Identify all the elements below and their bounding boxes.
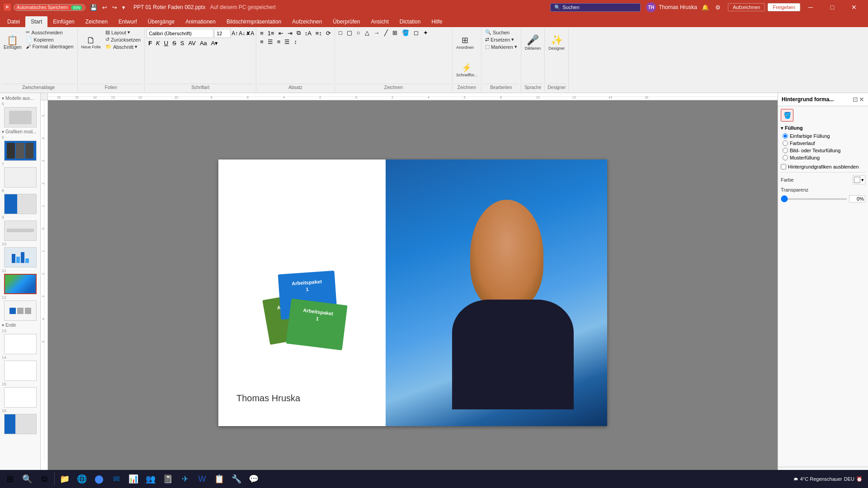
radio-bild[interactable] bbox=[783, 148, 788, 153]
shadow-button[interactable]: S bbox=[179, 39, 186, 47]
format-paint-button[interactable]: 🖌 Format übertragen bbox=[24, 43, 75, 50]
tab-einfuegen[interactable]: Einfügen bbox=[47, 16, 80, 27]
bullets-button[interactable]: ≡ bbox=[258, 29, 265, 37]
radio-muster[interactable] bbox=[783, 155, 788, 160]
tab-bildschirm[interactable]: Bildschirmpräsentation bbox=[221, 16, 287, 27]
slide-main[interactable]: Arbeitspaket1 Arbeitspaket1 Arbeitspaket… bbox=[218, 160, 607, 426]
tab-animationen[interactable]: Animationen bbox=[180, 16, 221, 27]
copy-button[interactable]: 📄 Kopieren bbox=[24, 36, 75, 43]
redo-button[interactable]: ↪ bbox=[110, 3, 119, 12]
case-button[interactable]: Aa bbox=[198, 39, 209, 47]
line-spacing-button[interactable]: ↕ bbox=[292, 38, 299, 46]
slide-thumb-14[interactable] bbox=[4, 361, 37, 381]
slide-thumb-9[interactable] bbox=[4, 221, 37, 241]
panel-fill-icon-button[interactable]: 🪣 bbox=[781, 109, 793, 122]
dictate-button[interactable]: 🎤 Diktieren bbox=[523, 29, 543, 56]
font-grow-button[interactable]: A↑ bbox=[231, 30, 238, 37]
taskbar-onenote[interactable]: 📓 bbox=[160, 471, 176, 487]
checkbox-hintergrund[interactable]: Hintergrundgrafiken ausblenden bbox=[781, 164, 865, 169]
columns-button[interactable]: ⧉ bbox=[295, 29, 302, 37]
reset-button[interactable]: ↺ Zurücksetzen bbox=[104, 36, 142, 43]
transparency-input[interactable] bbox=[849, 195, 865, 202]
slide-thumb-6[interactable] bbox=[4, 141, 37, 161]
option-farbverlauf[interactable]: Farbverlauf bbox=[783, 141, 865, 146]
tab-hilfe[interactable]: Hilfe bbox=[426, 16, 448, 27]
slide-thumb-15[interactable] bbox=[4, 387, 37, 408]
tab-start[interactable]: Start bbox=[25, 16, 47, 27]
section-modelle[interactable]: ▾ Modelle aus... bbox=[0, 95, 40, 102]
section-button[interactable]: 📁 Abschnitt ▾ bbox=[104, 43, 142, 50]
taskbar-chrome[interactable]: ⬤ bbox=[91, 471, 107, 487]
section-ende[interactable]: ▾ Ende bbox=[0, 322, 40, 328]
search-box[interactable]: 🔍 Suchen bbox=[550, 3, 641, 12]
quick-styles-button[interactable]: ⚡ Schnellfor... bbox=[454, 56, 479, 84]
shape-arrow-button[interactable]: → bbox=[372, 29, 382, 37]
taskbar-misc-3[interactable]: 💬 bbox=[245, 471, 262, 487]
font-name-input[interactable] bbox=[146, 29, 213, 38]
slide-thumb-5[interactable] bbox=[4, 107, 37, 127]
panel-close-button[interactable]: ✕ bbox=[859, 96, 864, 103]
taskbar-outlook[interactable]: ✉ bbox=[108, 471, 124, 487]
fill-button[interactable]: 🪣 bbox=[400, 29, 411, 37]
tab-uebergaenge[interactable]: Übergänge bbox=[142, 16, 180, 27]
slide-thumb-10[interactable] bbox=[4, 247, 37, 267]
color-picker-button[interactable]: ▾ bbox=[853, 175, 865, 184]
shape-rect-button[interactable]: □ bbox=[337, 29, 344, 37]
tab-datei[interactable]: Datei bbox=[2, 16, 25, 27]
taskbar-powerpoint[interactable]: 📊 bbox=[125, 471, 142, 487]
clear-format-button[interactable]: ✘A bbox=[246, 30, 254, 37]
tab-ansicht[interactable]: Ansicht bbox=[365, 16, 394, 27]
arrange-big-button[interactable]: ⊞ Anordnen bbox=[454, 29, 476, 56]
numbering-button[interactable]: 1≡ bbox=[266, 29, 276, 37]
close-button[interactable]: ✕ bbox=[844, 0, 864, 14]
font-color-button[interactable]: A▾ bbox=[209, 39, 220, 47]
tab-zeichnen[interactable]: Zeichnen bbox=[80, 16, 113, 27]
slide-thumb-7[interactable] bbox=[4, 167, 37, 188]
record-button[interactable]: Aufzeichnen bbox=[728, 3, 765, 11]
align-center-button[interactable]: ☰ bbox=[266, 38, 275, 46]
panel-detach-button[interactable]: ⊡ bbox=[853, 96, 858, 103]
minimize-button[interactable]: ─ bbox=[800, 0, 821, 14]
search-button[interactable]: 🔍 Suchen bbox=[483, 29, 511, 36]
decrease-indent-button[interactable]: ⇤ bbox=[277, 29, 285, 37]
shape-line-button[interactable]: ╱ bbox=[382, 29, 390, 37]
radio-farbverlauf[interactable] bbox=[783, 141, 788, 146]
align-left-button[interactable]: ≡ bbox=[258, 38, 265, 46]
option-einfarbig[interactable]: Einfarbige Füllung bbox=[783, 133, 865, 139]
autosave-toggle[interactable]: Automatisches Speichern EIN bbox=[14, 4, 85, 11]
taskbar-taskview[interactable]: ⧉ bbox=[36, 471, 52, 487]
slide-thumb-13[interactable] bbox=[4, 334, 37, 354]
new-slide-button[interactable]: 🗋 Neue Folie bbox=[80, 29, 103, 56]
increase-indent-button[interactable]: ⇥ bbox=[286, 29, 294, 37]
taskbar-start[interactable]: ⊞ bbox=[2, 471, 18, 487]
justify-button[interactable]: ☰ bbox=[283, 38, 292, 46]
shape-triangle-button[interactable]: △ bbox=[363, 29, 371, 37]
italic-button[interactable]: K bbox=[154, 39, 162, 47]
underline-button[interactable]: U bbox=[162, 39, 170, 47]
char-spacing-button[interactable]: AV bbox=[187, 39, 198, 47]
taskbar-word[interactable]: W bbox=[194, 471, 210, 487]
transparency-slider[interactable] bbox=[781, 198, 847, 200]
tab-dictation[interactable]: Dictation bbox=[394, 16, 426, 27]
share-icon[interactable]: 🔔 bbox=[700, 3, 711, 12]
tab-aufzeichnen[interactable]: Aufzeichnen bbox=[287, 16, 327, 27]
outline-button[interactable]: ◻ bbox=[412, 29, 420, 37]
tab-ueberpruefen[interactable]: Überprüfen bbox=[327, 16, 365, 27]
layout-button[interactable]: ▤ Layout ▾ bbox=[104, 29, 142, 36]
paste-button[interactable]: 📋 Einfügen bbox=[2, 29, 23, 56]
taskbar-misc-1[interactable]: 📋 bbox=[211, 471, 227, 487]
taskbar-teams[interactable]: 👥 bbox=[142, 471, 159, 487]
checkbox-hintergrund-input[interactable] bbox=[781, 164, 786, 169]
slide-thumb-16[interactable] bbox=[4, 414, 37, 434]
strikethrough-button[interactable]: S bbox=[170, 39, 178, 47]
convert-smartart-button[interactable]: ⟳ bbox=[324, 29, 333, 37]
slide-thumb-11[interactable] bbox=[4, 274, 37, 294]
arrange-button[interactable]: ⊞ bbox=[391, 29, 399, 37]
option-muster[interactable]: Musterfüllung bbox=[783, 155, 865, 160]
tab-entwurf[interactable]: Entwurf bbox=[113, 16, 142, 27]
section-fullung[interactable]: ▾ Füllung bbox=[781, 125, 865, 131]
option-bild[interactable]: Bild- oder Texturfüllung bbox=[783, 148, 865, 153]
taskbar-misc-2[interactable]: 🔧 bbox=[228, 471, 245, 487]
font-shrink-button[interactable]: A↓ bbox=[239, 30, 245, 37]
align-right-button[interactable]: ≡ bbox=[275, 38, 283, 46]
